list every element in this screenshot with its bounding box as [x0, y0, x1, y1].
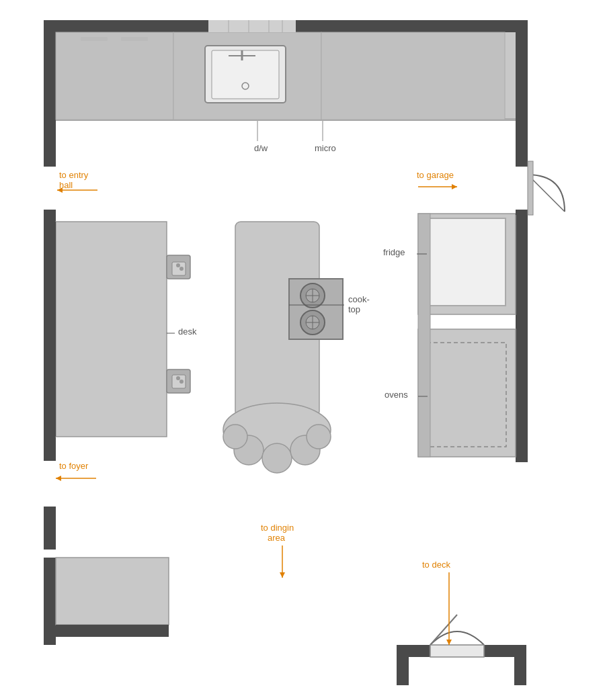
svg-rect-58 — [56, 558, 169, 625]
svg-rect-6 — [56, 32, 173, 120]
svg-text:to entry: to entry — [59, 170, 89, 180]
svg-point-41 — [307, 425, 331, 449]
svg-point-34 — [179, 380, 184, 384]
svg-rect-66 — [430, 645, 484, 657]
svg-rect-71 — [528, 161, 533, 215]
svg-rect-62 — [514, 645, 526, 685]
svg-rect-59 — [56, 625, 169, 637]
svg-rect-73 — [44, 161, 56, 167]
svg-text:to garage: to garage — [417, 170, 454, 180]
svg-point-40 — [223, 425, 247, 449]
svg-text:desk: desk — [178, 326, 197, 337]
svg-rect-72 — [44, 161, 56, 215]
svg-rect-54 — [418, 329, 516, 457]
svg-rect-26 — [44, 222, 56, 437]
svg-rect-56 — [418, 214, 430, 457]
svg-text:to deck: to deck — [422, 560, 450, 570]
svg-rect-15 — [121, 37, 148, 41]
svg-point-30 — [179, 267, 184, 271]
svg-text:ovens: ovens — [385, 390, 408, 400]
svg-text:to dingin: to dingin — [261, 523, 294, 533]
svg-rect-76 — [44, 457, 56, 461]
svg-rect-57 — [44, 558, 56, 645]
svg-rect-77 — [44, 507, 56, 511]
svg-text:d/w: d/w — [254, 143, 268, 153]
svg-text:top: top — [348, 304, 360, 314]
svg-rect-70 — [516, 210, 528, 215]
svg-rect-69 — [516, 161, 528, 167]
svg-rect-61 — [397, 645, 409, 685]
svg-point-33 — [176, 376, 180, 380]
svg-text:fridge: fridge — [383, 247, 405, 257]
svg-text:micro: micro — [315, 143, 336, 153]
svg-point-38 — [262, 443, 292, 473]
svg-text:cook-: cook- — [348, 294, 370, 304]
svg-rect-25 — [56, 222, 167, 437]
svg-rect-14 — [81, 37, 108, 41]
svg-rect-8 — [321, 32, 505, 120]
svg-rect-24 — [516, 214, 528, 462]
svg-text:to foyer: to foyer — [59, 461, 89, 471]
svg-rect-74 — [44, 210, 56, 215]
svg-rect-52 — [425, 218, 506, 306]
svg-point-29 — [176, 263, 180, 267]
svg-text:area: area — [268, 533, 286, 543]
svg-rect-68 — [516, 161, 528, 215]
svg-rect-10 — [212, 50, 279, 99]
svg-rect-75 — [44, 457, 56, 511]
